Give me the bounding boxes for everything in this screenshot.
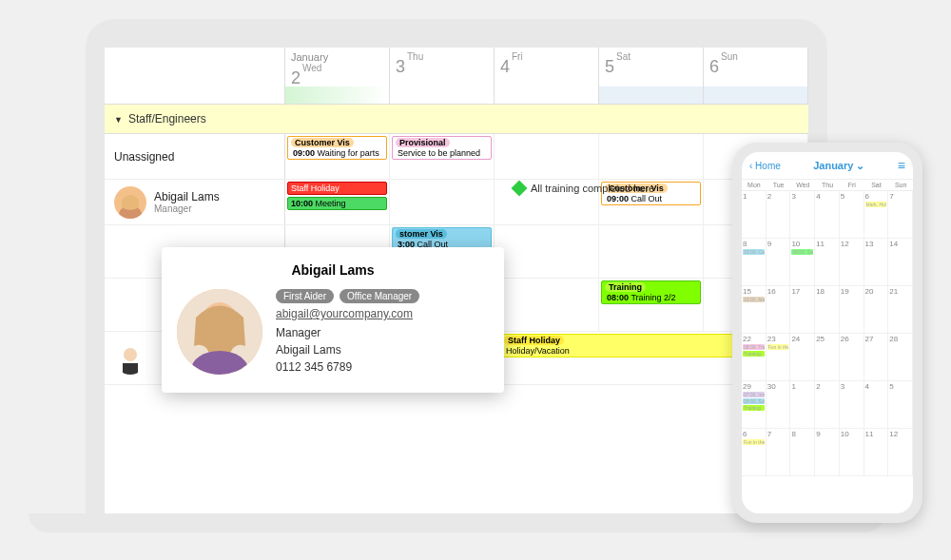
calendar-cell[interactable] xyxy=(390,180,495,224)
badge-office-manager: Office Manager xyxy=(340,289,419,303)
hamburger-icon[interactable]: ≡ xyxy=(898,158,905,173)
popover-email-link[interactable]: abigail@yourcompany.com xyxy=(276,307,489,320)
phone-day-cell[interactable]: 23Fun in the Sun, Megan, Holiday/Vacatio… xyxy=(767,334,791,381)
phone-day-cell[interactable]: 13 xyxy=(864,239,889,286)
event-provisional[interactable]: Provisional Service to be planned xyxy=(392,136,492,160)
phone-event[interactable]: 08:00, Training Day @ DEF, Hotel Mark, D… xyxy=(743,344,765,350)
popover-badges: First Aider Office Manager xyxy=(276,289,489,303)
phone-day-cell[interactable]: 6Mark, Holiday/Vacation xyxy=(864,191,889,239)
phone-event[interactable]: 10:00, Machine Service, Mark, ABC Ltd xyxy=(743,297,765,302)
phone-day-cell[interactable]: 9 xyxy=(815,429,840,476)
phone-event[interactable]: Fun in the Sun, Megan, Holiday/Vacation xyxy=(743,439,765,445)
phone-day-cell[interactable]: 2907:00, Installation at customer site A… xyxy=(742,381,767,429)
timeline-day-3[interactable]: 3Thu xyxy=(390,48,495,104)
calendar-cell[interactable] xyxy=(495,279,599,331)
calendar-cell[interactable]: Training 08:00 Training 2/2 xyxy=(599,279,704,331)
phone-day-cell[interactable]: 25 xyxy=(815,334,840,381)
phone-day-cell[interactable]: 2208:00, Training Day @ DEF, Hotel Mark,… xyxy=(742,334,767,381)
phone-day-cell[interactable]: 8 xyxy=(790,429,815,476)
phone-day-cell[interactable]: 18 xyxy=(815,286,840,334)
timeline-day-2[interactable]: January 2Wed xyxy=(285,48,390,104)
row-abigail: Abigail Lams Manager Staff Holiday 10:00… xyxy=(105,180,808,225)
phone-event[interactable]: Fun in the Sun, Megan, Holiday/Vacation xyxy=(767,344,789,350)
phone-day-cell[interactable]: 30 xyxy=(767,381,791,429)
phone-day-cell[interactable]: 20 xyxy=(864,286,889,334)
event-meeting[interactable]: 10:00 Meeting xyxy=(287,197,387,210)
svg-point-2 xyxy=(124,348,137,361)
phone-day-cell[interactable]: 11 xyxy=(864,429,889,476)
phone-day-cell[interactable]: 815:00, Call Out, Mark, ABC Ltd. xyxy=(742,239,767,286)
phone-day-cell[interactable]: 27 xyxy=(864,334,889,381)
phone-day-cell[interactable]: 5 xyxy=(840,191,864,239)
calendar-cell[interactable] xyxy=(599,134,704,179)
timeline-day-6[interactable]: 6Sun xyxy=(704,48,808,104)
calendar-cell[interactable] xyxy=(599,225,704,278)
phone-day-cell[interactable]: 10 xyxy=(840,429,864,476)
phone-event[interactable]: 08:00, Sales Support, Abigail, Andrea xyxy=(791,249,813,255)
phone-day-cell[interactable]: 9 xyxy=(767,239,791,286)
chevron-down-icon: ⌄ xyxy=(856,160,864,171)
timeline-day-4[interactable]: 4Fri xyxy=(495,48,599,104)
phone-day-cell[interactable]: 3 xyxy=(790,191,815,239)
phone-day-cell[interactable]: 14 xyxy=(888,239,913,286)
phone-day-cell[interactable]: 19 xyxy=(840,286,864,334)
phone-event[interactable]: 09:00, Software Training, Abigail, ABC L… xyxy=(743,398,765,404)
phone-day-cell[interactable]: 11 xyxy=(815,239,840,286)
phone-day-cell[interactable]: 12 xyxy=(888,429,913,476)
phone-day-cell[interactable]: 7 xyxy=(888,191,913,239)
timeline-days: January 2Wed 3Thu 4Fri 5Sat 6Sun xyxy=(285,48,808,104)
phone-day-cell[interactable]: 5 xyxy=(888,381,913,429)
row-label-unassigned[interactable]: Unassigned xyxy=(105,134,285,179)
phone-day-cell[interactable]: 2 xyxy=(767,191,791,239)
phone-day-cell[interactable]: 24 xyxy=(790,334,815,381)
phone-dow-label: Sat xyxy=(864,180,889,190)
phone-day-cell[interactable]: 1008:00, Sales Support, Abigail, Andrea xyxy=(790,239,815,286)
phone-dow-label: Sun xyxy=(888,180,913,190)
phone-event[interactable]: Training xyxy=(743,405,765,411)
avatar-generic xyxy=(114,342,146,375)
event-training[interactable]: Training 08:00 Training 2/2 xyxy=(601,280,701,304)
phone-home-link[interactable]: ‹ Home xyxy=(749,161,781,171)
calendar-cell[interactable]: Customer Vis 09:00 Waiting for parts xyxy=(285,134,390,179)
phone-day-cell[interactable]: 7 xyxy=(767,429,791,476)
phone-screen: ‹ Home January ⌄ ≡ MonTueWedThuFriSatSun… xyxy=(742,152,913,513)
phone-day-cell[interactable]: 17 xyxy=(790,286,815,334)
avatar-abigail xyxy=(114,186,146,219)
phone-day-cell[interactable]: 3 xyxy=(840,381,864,429)
row-label-abigail[interactable]: Abigail Lams Manager xyxy=(105,180,285,224)
phone-dow-label: Wed xyxy=(790,180,815,190)
phone-day-cell[interactable]: 26 xyxy=(840,334,864,381)
calendar-cell[interactable]: Staff Holiday 10:00 Meeting xyxy=(285,180,390,224)
phone-day-cell[interactable]: 2 xyxy=(815,381,840,429)
phone-day-cell[interactable]: 4 xyxy=(815,191,840,239)
phone-day-cell[interactable]: 16 xyxy=(767,286,791,334)
phone-day-cell[interactable]: 1 xyxy=(790,381,815,429)
timeline-day-5[interactable]: 5Sat xyxy=(599,48,704,104)
popover-phone: 0112 345 6789 xyxy=(276,360,489,374)
phone-event[interactable]: Mark, Holiday/Vacation xyxy=(865,202,887,207)
badge-first-aider: First Aider xyxy=(276,289,334,303)
phone-dow-label: Fri xyxy=(840,180,864,190)
phone-day-cell[interactable]: 1 xyxy=(742,191,767,239)
calendar-cell[interactable] xyxy=(495,225,599,278)
phone-event[interactable]: 15:00, Call Out, Mark, ABC Ltd. xyxy=(743,249,765,255)
timeline-spacer xyxy=(105,48,285,104)
phone-event[interactable]: 07:00, Installation at customer site ABC… xyxy=(743,392,765,397)
event-staff-holiday[interactable]: Staff Holiday xyxy=(287,182,387,195)
phone-title[interactable]: January ⌄ xyxy=(813,160,864,172)
row-unassigned: Unassigned Customer Vis 09:00 Waiting fo… xyxy=(105,134,808,180)
phone-header: ‹ Home January ⌄ ≡ xyxy=(742,152,913,180)
phone-dow-label: Mon xyxy=(742,180,767,190)
phone-day-cell[interactable]: 21 xyxy=(888,286,913,334)
calendar-cell[interactable]: Provisional Service to be planned xyxy=(390,134,495,179)
phone-day-cell[interactable]: 28 xyxy=(888,334,913,381)
calendar-cell[interactable] xyxy=(495,134,599,179)
section-header-staff[interactable]: Staff/Engineers xyxy=(105,105,808,134)
phone-day-cell[interactable]: 1510:00, Machine Service, Mark, ABC Ltd xyxy=(742,286,767,334)
month-label: January xyxy=(291,51,383,63)
phone-event[interactable]: Training xyxy=(743,351,765,357)
phone-day-cell[interactable]: 12 xyxy=(840,239,864,286)
phone-day-cell[interactable]: 6Fun in the Sun, Megan, Holiday/Vacation xyxy=(742,429,767,476)
phone-day-cell[interactable]: 4 xyxy=(864,381,889,429)
event-customer-visit[interactable]: Customer Vis 09:00 Waiting for parts xyxy=(287,136,387,160)
